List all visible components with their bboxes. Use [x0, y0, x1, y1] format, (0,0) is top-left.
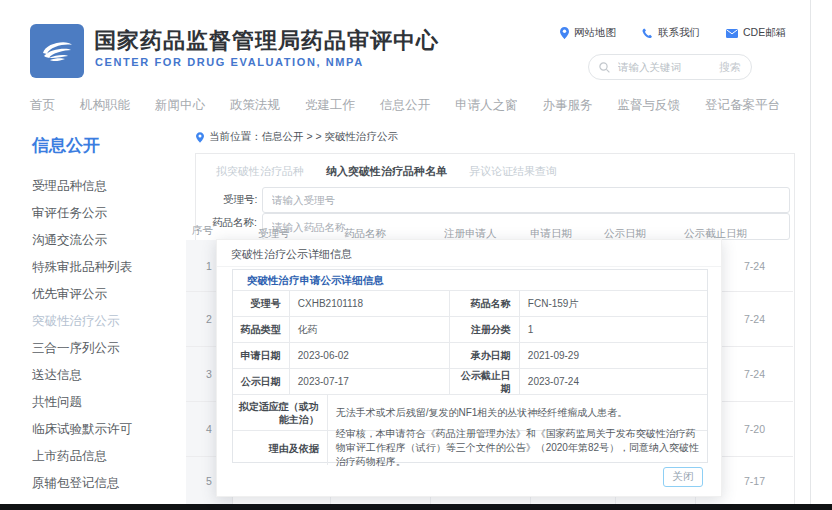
- detail-row: 受理号 CXHB2101118 药品名称 FCN-159片: [233, 291, 707, 317]
- field-label: 拟定适应症（或功能主治）: [233, 395, 328, 430]
- nav-item-supervision[interactable]: 监督与反馈: [618, 97, 681, 114]
- field-value: 2023-06-02: [290, 343, 450, 368]
- cde-website-page: 国家药品监督管理局药品审评中心 CENTER FOR DRUG EVALUATI…: [0, 0, 832, 510]
- page-right-border: [810, 0, 811, 504]
- cde-mail-link[interactable]: CDE邮箱: [726, 26, 786, 40]
- field-label: 申请日期: [233, 343, 290, 368]
- field-value: FCN-159片: [520, 291, 707, 316]
- sidebar-item-clinical-trial-license[interactable]: 临床试验默示许可: [32, 416, 182, 443]
- search-input[interactable]: [616, 60, 719, 74]
- tab-proposed-breakthrough[interactable]: 拟突破性治疗品种: [216, 164, 304, 179]
- field-value: 无法手术或术后残留/复发的NF1相关的丛状神经纤维瘤成人患者。: [328, 395, 707, 430]
- sidebar-item-accepted-varieties[interactable]: 受理品种信息: [32, 173, 182, 200]
- main-nav: 首页 机构职能 新闻中心 政策法规 党建工作 信息公开 申请人之窗 办事服务 监…: [30, 92, 800, 118]
- search-button[interactable]: 搜索: [719, 60, 741, 75]
- nav-item-home[interactable]: 首页: [30, 97, 55, 114]
- sidebar-title: 信息公开: [32, 134, 182, 157]
- acceptance-no-input[interactable]: [262, 187, 790, 213]
- breadcrumb-text: 当前位置：信息公开 > > 突破性治疗公示: [209, 130, 398, 144]
- sitemap-link[interactable]: 网站地图: [560, 26, 616, 40]
- modal-title: 突破性治疗公示详细信息: [231, 247, 352, 262]
- table-header-no: 序号: [192, 224, 213, 238]
- field-value: CXHB2101118: [290, 291, 450, 316]
- drug-name-label: 药品名称:: [212, 216, 257, 230]
- site-search: 搜索: [588, 54, 752, 80]
- header-quick-links: 网站地图 联系我们 CDE邮箱: [560, 26, 810, 40]
- detail-row: 公示日期 2023-07-17 公示截止日期 2023-07-24: [233, 369, 707, 395]
- breadcrumb-pin-icon: [196, 132, 204, 143]
- magnifier-icon: [599, 62, 610, 73]
- field-value: 1: [520, 317, 707, 342]
- field-label: 药品类型: [233, 317, 290, 342]
- row-deadline: 7-20: [744, 402, 765, 456]
- field-value: 化药: [290, 317, 450, 342]
- row-deadline: 7-24: [744, 240, 765, 291]
- tab-objection-results[interactable]: 异议论证结果查询: [469, 164, 557, 179]
- sidebar-item-three-in-one[interactable]: 三合一序列公示: [32, 335, 182, 362]
- acceptance-no-label: 受理号:: [223, 193, 257, 207]
- field-label: 受理号: [233, 291, 290, 316]
- detail-section-title: 突破性治疗申请公示详细信息: [233, 270, 707, 291]
- row-deadline: 7-17: [744, 457, 765, 505]
- detail-table: 突破性治疗申请公示详细信息 受理号 CXHB2101118 药品名称 FCN-1…: [232, 269, 708, 463]
- nav-item-applicant-window[interactable]: 申请人之窗: [455, 97, 518, 114]
- field-value: 2023-07-24: [520, 369, 707, 394]
- field-label: 理由及依据: [233, 431, 328, 465]
- sidebar-item-communication[interactable]: 沟通交流公示: [32, 227, 182, 254]
- contact-us-link-label: 联系我们: [658, 26, 700, 40]
- sidebar-item-review-tasks[interactable]: 审评任务公示: [32, 200, 182, 227]
- nav-item-news[interactable]: 新闻中心: [155, 97, 205, 114]
- row-deadline: 7-24: [744, 347, 765, 401]
- detail-row-rationale: 理由及依据 经审核，本申请符合《药品注册管理办法》和《国家药监局关于发布突破性治…: [233, 431, 707, 465]
- field-value: 经审核，本申请符合《药品注册管理办法》和《国家药监局关于发布突破性治疗药物审评工…: [328, 431, 707, 465]
- site-subtitle: CENTER FOR DRUG EVALUATION, NMPA: [95, 56, 364, 68]
- breadcrumb: 当前位置：信息公开 > > 突破性治疗公示: [196, 130, 398, 144]
- phone-icon: [642, 28, 653, 39]
- site-title: 国家药品监督管理局药品审评中心: [94, 26, 439, 56]
- sidebar-item-common-issues[interactable]: 共性问题: [32, 389, 182, 416]
- close-button[interactable]: 关闭: [663, 467, 703, 487]
- sidebar: 信息公开 受理品种信息 审评任务公示 沟通交流公示 特殊审批品种列表 优先审评公…: [32, 134, 182, 497]
- row-deadline: 7-24: [744, 292, 765, 346]
- tab-included-breakthrough-list[interactable]: 纳入突破性治疗品种名单: [326, 164, 447, 179]
- cde-mail-link-label: CDE邮箱: [743, 26, 786, 40]
- sidebar-item-excipients[interactable]: 原辅包登记信息: [32, 470, 182, 497]
- detail-row: 药品类型 化药 注册分类 1: [233, 317, 707, 343]
- footer-bar: [0, 504, 832, 510]
- nav-item-services[interactable]: 办事服务: [543, 97, 593, 114]
- envelope-icon: [726, 29, 738, 38]
- tabs: 拟突破性治疗品种 纳入突破性治疗品种名单 异议论证结果查询: [216, 164, 557, 179]
- nav-item-party[interactable]: 党建工作: [305, 97, 355, 114]
- contact-us-link[interactable]: 联系我们: [642, 26, 700, 40]
- location-pin-icon: [560, 27, 569, 39]
- nav-item-functions[interactable]: 机构职能: [80, 97, 130, 114]
- sidebar-item-priority-review[interactable]: 优先审评公示: [32, 281, 182, 308]
- field-label: 承办日期: [450, 343, 520, 368]
- sidebar-item-delivery-info[interactable]: 送达信息: [32, 362, 182, 389]
- field-label: 公示日期: [233, 369, 290, 394]
- field-label: 药品名称: [450, 291, 520, 316]
- sitemap-link-label: 网站地图: [574, 26, 616, 40]
- sidebar-item-breakthrough-therapy[interactable]: 突破性治疗公示: [32, 308, 182, 335]
- cde-logo-icon: [30, 24, 84, 78]
- field-value: 2023-07-17: [290, 369, 450, 394]
- nav-item-info-disclosure[interactable]: 信息公开: [380, 97, 430, 114]
- sidebar-item-special-approval[interactable]: 特殊审批品种列表: [32, 254, 182, 281]
- field-value: 2021-09-29: [520, 343, 707, 368]
- nav-item-registration-platform[interactable]: 登记备案平台: [705, 97, 780, 114]
- field-label: 公示截止日期: [450, 369, 520, 394]
- field-label: 注册分类: [450, 317, 520, 342]
- detail-row: 申请日期 2023-06-02 承办日期 2021-09-29: [233, 343, 707, 369]
- sidebar-item-marketed-drugs[interactable]: 上市药品信息: [32, 443, 182, 470]
- detail-row-indication: 拟定适应症（或功能主治） 无法手术或术后残留/复发的NF1相关的丛状神经纤维瘤成…: [233, 395, 707, 431]
- nav-item-policy[interactable]: 政策法规: [230, 97, 280, 114]
- breakthrough-detail-modal: 突破性治疗公示详细信息 突破性治疗申请公示详细信息 受理号 CXHB210111…: [216, 239, 722, 497]
